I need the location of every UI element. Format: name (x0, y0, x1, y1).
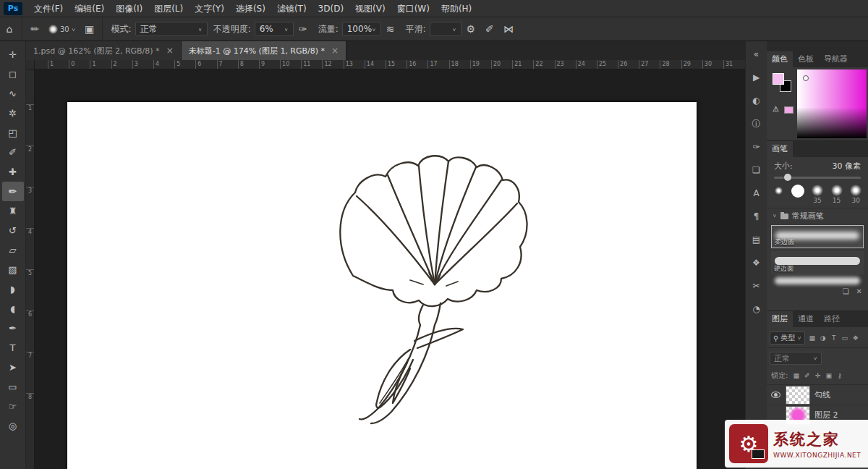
marquee-tool[interactable]: ◻ (2, 64, 24, 84)
smoothing-input[interactable]: ∨ (430, 22, 461, 36)
menu-item[interactable]: 文件(F) (28, 0, 69, 17)
menu-item[interactable]: 选择(S) (230, 0, 271, 17)
adjustment-filter-icon[interactable]: ◑ (819, 334, 827, 342)
new-brush-icon[interactable]: ❏ (843, 287, 849, 295)
crop-tool[interactable]: ◰ (2, 123, 24, 143)
blend-mode-select[interactable]: 正常 ∨ (135, 22, 208, 36)
dodge-tool[interactable]: ◖ (2, 299, 24, 318)
pressure-size-icon[interactable]: ✐ (480, 23, 499, 35)
quick-selection-tool[interactable]: ✲ (2, 103, 24, 123)
foreground-color-swatch[interactable] (773, 73, 784, 85)
menu-item[interactable]: 文字(Y) (189, 0, 230, 17)
lock-paint-icon[interactable]: ✐ (803, 372, 811, 379)
actions-panel-icon[interactable]: ▶ (749, 70, 765, 85)
brush-tip[interactable]: 35 (809, 185, 825, 205)
document-canvas[interactable] (67, 102, 697, 469)
document-tab[interactable]: 未标题-1 @ 174% (图层 1, RGB/8) * × (182, 41, 346, 60)
pixel-filter-icon[interactable]: ▦ (808, 334, 816, 342)
toggle-brush-settings-icon[interactable]: ▣ (80, 23, 99, 35)
path-select-tool[interactable]: ➤ (2, 358, 24, 377)
horizontal-ruler[interactable]: 1 0 1 2 3 4 5 6 7 8 9 10 11 12 13 1 (35, 60, 745, 69)
layer-thumbnail[interactable] (786, 386, 810, 405)
brush-tip[interactable]: 15 (829, 185, 845, 205)
clone-source-panel-icon[interactable]: ❏ (749, 163, 765, 177)
panel-tab[interactable]: 图层 (767, 311, 793, 327)
airbrush-icon[interactable]: ≋ (381, 23, 400, 35)
libraries-panel-icon[interactable]: ▤ (749, 232, 765, 247)
brush-preset[interactable]: 硬边圆 (771, 251, 864, 274)
type-tool[interactable]: T (2, 338, 24, 358)
eraser-tool[interactable]: ▱ (2, 240, 24, 260)
delete-brush-icon[interactable]: ✕ (856, 287, 862, 295)
styles-panel-icon[interactable]: ❖ (749, 255, 765, 270)
close-icon[interactable]: × (331, 46, 339, 56)
ruler-origin-corner[interactable] (26, 60, 35, 69)
panel-tab[interactable]: 颜色 (767, 51, 793, 67)
hand-tool[interactable]: ☞ (2, 397, 24, 416)
brush-group-row[interactable]: ∨ 常规画笔 (767, 208, 868, 224)
lock-all-icon[interactable]: ⚷ (835, 372, 843, 379)
lock-transparency-icon[interactable]: ▦ (792, 372, 800, 379)
opacity-select[interactable]: 6% ∨ (255, 22, 294, 36)
lock-artboard-icon[interactable]: ▣ (825, 372, 833, 379)
paint-symmetry-icon[interactable]: ⋈ (499, 23, 518, 35)
photoshop-logo-icon[interactable]: Ps (4, 2, 22, 15)
color-picker-marker[interactable] (803, 75, 809, 81)
panel-tab[interactable]: 色板 (793, 51, 819, 67)
timeline-panel-icon[interactable]: ◔ (749, 302, 765, 316)
panel-tab[interactable]: 路径 (819, 311, 845, 327)
size-value[interactable]: 30 像素 (833, 161, 861, 172)
character-panel-icon[interactable]: A (749, 186, 765, 200)
gear-icon[interactable]: ⚙ (461, 23, 480, 35)
brush-tip[interactable] (791, 185, 807, 206)
menu-item[interactable]: 视图(V) (349, 0, 391, 17)
vertical-ruler[interactable]: 1 2 3 4 5 6 7 8 (26, 69, 35, 469)
info-panel-icon[interactable]: ⓘ (749, 117, 765, 131)
type-filter-icon[interactable]: T (830, 334, 838, 342)
menu-item[interactable]: 图层(L) (148, 0, 189, 17)
brush-preset-picker[interactable]: 30 ∨ (44, 17, 80, 41)
slider-thumb[interactable] (784, 174, 791, 181)
brush-preset[interactable]: 柔边圆 (771, 225, 864, 248)
zoom-tool[interactable]: ◎ (2, 416, 24, 436)
lasso-tool[interactable]: ∿ (2, 84, 24, 103)
gamut-warning-icon[interactable]: ⚠ (773, 105, 779, 113)
layer-row-goucian[interactable]: 勾线 (767, 385, 868, 405)
brush-stroke-preview[interactable] (775, 277, 860, 284)
brush-tip[interactable] (771, 185, 787, 203)
panel-tab[interactable]: 通道 (793, 311, 819, 327)
menu-item[interactable]: 滤镜(T) (271, 0, 312, 17)
clone-stamp-tool[interactable]: ♜ (2, 201, 24, 221)
shape-tool[interactable]: ▭ (2, 377, 24, 397)
brush-tool[interactable]: ✏ (2, 182, 24, 201)
close-icon[interactable]: × (166, 46, 174, 56)
smart-filter-icon[interactable]: ❖ (851, 334, 859, 342)
panel-tab[interactable]: 导航器 (819, 51, 853, 67)
visibility-eye-icon[interactable] (771, 392, 780, 398)
color-picker-field[interactable] (797, 69, 867, 138)
move-tool[interactable]: ✛ (2, 45, 24, 64)
brush-settings-panel-icon[interactable]: ✑ (749, 140, 765, 154)
pen-tool[interactable]: ✒ (2, 318, 24, 338)
document-tab[interactable]: 1.psd @ 162% (图层 2, RGB/8) * × (26, 41, 182, 60)
history-brush-tool[interactable]: ↺ (2, 221, 24, 240)
web-color-swatch[interactable] (784, 106, 793, 114)
tab-brushes[interactable]: 画笔 (767, 141, 793, 157)
lock-position-icon[interactable]: ✛ (814, 372, 822, 379)
paragraph-panel-icon[interactable]: ¶ (749, 209, 765, 224)
menu-item[interactable]: 帮助(H) (435, 0, 477, 17)
snapshot-panel-icon[interactable]: ✂ (749, 279, 765, 293)
menu-item[interactable]: 图像(I) (110, 0, 148, 17)
shape-filter-icon[interactable]: ▭ (841, 334, 848, 342)
healing-brush-tool[interactable]: ✚ (2, 162, 24, 182)
menu-item[interactable]: 3D(D) (312, 0, 349, 17)
home-icon[interactable]: ⌂ (0, 23, 19, 35)
blur-tool[interactable]: ◗ (2, 279, 24, 299)
pressure-opacity-icon[interactable]: ✑ (294, 23, 312, 35)
adjustments-panel-icon[interactable]: ◐ (749, 93, 765, 108)
canvas-viewport[interactable] (35, 69, 745, 469)
menu-item[interactable]: 窗口(W) (391, 0, 435, 17)
brush-tip[interactable]: 30 (848, 185, 864, 205)
gradient-tool[interactable]: ▨ (2, 260, 24, 279)
menu-item[interactable]: 编辑(E) (69, 0, 110, 17)
